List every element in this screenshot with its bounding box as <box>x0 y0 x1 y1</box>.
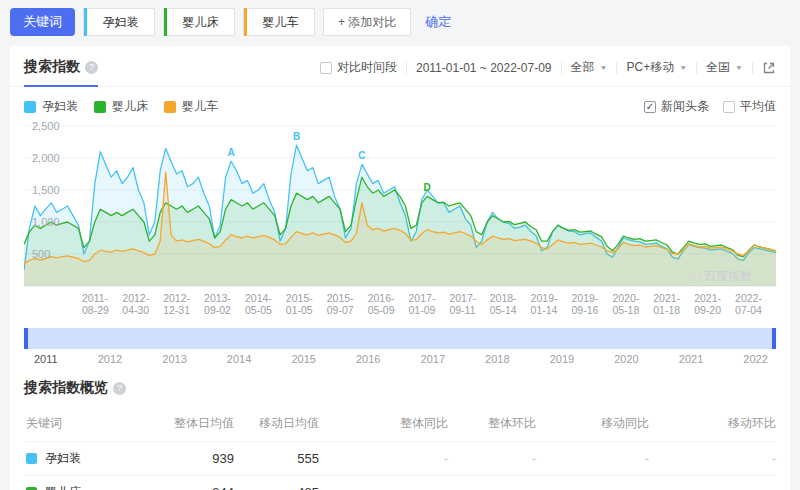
x-tick-label: 2022-07-04 <box>735 292 776 316</box>
slider-handle-left[interactable] <box>24 328 28 349</box>
tab-search-index[interactable]: 搜索指数 ? <box>24 58 98 87</box>
slider-year-2015: 2015 <box>291 353 315 365</box>
column-header: 移动环比 <box>649 415 776 432</box>
keyword-chip-1[interactable]: 孕妇装 <box>83 8 155 36</box>
slider-year-2012: 2012 <box>98 353 122 365</box>
news-marker-C[interactable]: C <box>358 150 365 161</box>
slider-year-2016: 2016 <box>356 353 380 365</box>
slider-year-labels: 2011201220132014201520162017201820192020… <box>24 353 776 365</box>
checkbox-icon <box>723 101 735 113</box>
chart-legend: 孕妇装婴儿床婴儿车 <box>24 98 218 115</box>
time-range-slider[interactable] <box>24 328 776 349</box>
slider-year-2018: 2018 <box>485 353 509 365</box>
keyword-swatch <box>26 453 37 464</box>
keyword-chip-2[interactable]: 婴儿床 <box>163 8 235 36</box>
news-marker-D[interactable]: D <box>424 182 431 193</box>
panel-header: 搜索指数 ? 对比时间段 2011-01-01 ~ 2022-07-09 全部▼… <box>10 46 790 87</box>
slider-year-2021: 2021 <box>679 353 703 365</box>
confirm-button[interactable]: 确定 <box>425 13 451 31</box>
dropdown-value: PC+移动 <box>626 59 674 76</box>
legend-item-婴儿车[interactable]: 婴儿车 <box>164 98 218 115</box>
overall-mom: - <box>448 486 536 490</box>
table-row[interactable]: 孕妇装939555---- <box>24 442 776 476</box>
dropdown-value: 全部 <box>571 59 595 76</box>
compare-period-label: 对比时间段 <box>337 59 397 76</box>
slider-year-2022: 2022 <box>743 353 767 365</box>
index-overview-section: 搜索指数概览 ? 关键词整体日均值移动日均值整体同比整体环比移动同比移动环比 孕… <box>24 373 776 490</box>
keyword-chip-label: 孕妇装 <box>103 14 139 31</box>
x-tick-label: 2012-04-30 <box>122 292 163 316</box>
x-tick-label: 2019-09-16 <box>572 292 613 316</box>
keyword-cell: 孕妇装 <box>24 450 164 467</box>
divider <box>406 62 407 74</box>
legend-swatch <box>24 101 36 113</box>
keyword-button[interactable]: 关键词 <box>10 8 75 36</box>
legend-swatch <box>164 101 176 113</box>
info-icon[interactable]: ? <box>85 61 98 74</box>
table-header: 关键词整体日均值移动日均值整体同比整体环比移动同比移动环比 <box>24 407 776 442</box>
info-icon[interactable]: ? <box>113 382 126 395</box>
table-title: 搜索指数概览 <box>24 379 108 397</box>
slider-handle-right[interactable] <box>772 328 776 349</box>
column-header: 整体环比 <box>448 415 536 432</box>
slider-year-2011: 2011 <box>34 353 58 365</box>
toggle-news[interactable]: ✓新闻头条 <box>644 98 709 115</box>
table-title-row: 搜索指数概览 ? <box>24 373 776 407</box>
chevron-down-icon: ▼ <box>600 64 608 71</box>
x-tick-label: 2018-05-14 <box>490 292 531 316</box>
divider <box>752 62 753 74</box>
chart-canvas: ABCD <box>24 119 776 291</box>
date-range-picker[interactable]: 2011-01-01 ~ 2022-07-09 <box>416 61 552 75</box>
dropdown-group: 全部▼PC+移动▼全国▼ <box>571 59 743 76</box>
keyword-chip-3[interactable]: 婴儿车 <box>243 8 315 36</box>
dropdown-1[interactable]: 全部▼ <box>571 59 608 76</box>
dropdown-3[interactable]: 全国▼ <box>706 59 743 76</box>
x-tick-label: 2015-09-07 <box>327 292 368 316</box>
checkbox-checked-icon: ✓ <box>644 101 656 113</box>
legend-label: 婴儿车 <box>182 98 218 115</box>
toggle-label: 平均值 <box>740 98 776 115</box>
dropdown-value: 全国 <box>706 59 730 76</box>
news-marker-A[interactable]: A <box>227 147 234 158</box>
news-marker-B[interactable]: B <box>293 131 300 142</box>
x-tick-label: 2013-09-02 <box>204 292 245 316</box>
legend-item-孕妇装[interactable]: 孕妇装 <box>24 98 78 115</box>
overall-mom: - <box>448 452 536 466</box>
export-icon[interactable] <box>762 61 776 75</box>
mobile-mom: - <box>649 486 776 490</box>
table-row[interactable]: 婴儿床844485---- <box>24 476 776 490</box>
toggle-average[interactable]: 平均值 <box>723 98 776 115</box>
mobile-daily-avg: 485 <box>234 485 319 490</box>
x-tick-label: 2017-01-09 <box>409 292 450 316</box>
mobile-daily-avg: 555 <box>234 451 319 466</box>
dropdown-2[interactable]: PC+移动▼ <box>626 59 687 76</box>
legend-item-婴儿床[interactable]: 婴儿床 <box>94 98 148 115</box>
x-tick-label: 2020-05-18 <box>612 292 653 316</box>
keyword-color-bar <box>244 8 247 36</box>
chevron-down-icon: ▼ <box>735 64 743 71</box>
keyword-color-bar <box>164 8 167 36</box>
x-tick-label: 2015-01-05 <box>286 292 327 316</box>
slider-year-2019: 2019 <box>550 353 574 365</box>
mobile-yoy: - <box>536 486 649 490</box>
keyword-color-bar <box>84 8 87 36</box>
keyword-chip-list: 孕妇装婴儿床婴儿车 <box>83 8 315 36</box>
overall-daily-avg: 844 <box>164 485 234 490</box>
compare-period-checkbox[interactable]: 对比时间段 <box>320 59 397 76</box>
slider-year-2013: 2013 <box>162 353 186 365</box>
x-tick-label: 2021-01-18 <box>653 292 694 316</box>
column-header: 移动同比 <box>536 415 649 432</box>
legend-swatch <box>94 101 106 113</box>
add-compare-button[interactable]: + 添加对比 <box>323 8 411 36</box>
divider <box>616 62 617 74</box>
trend-chart[interactable]: ABCD i 百度指数 5001,0001,5002,0002,500 <box>24 119 776 291</box>
mobile-yoy: - <box>536 452 649 466</box>
legend-row: 孕妇装婴儿床婴儿车 ✓新闻头条平均值 <box>10 87 790 117</box>
x-tick-label: 2021-09-20 <box>694 292 735 316</box>
overall-yoy: - <box>319 452 448 466</box>
chart-controls: 对比时间段 2011-01-01 ~ 2022-07-09 全部▼PC+移动▼全… <box>320 59 776 86</box>
chart-toggles: ✓新闻头条平均值 <box>644 98 776 115</box>
slider-year-2014: 2014 <box>227 353 251 365</box>
column-header: 移动日均值 <box>234 415 319 432</box>
divider <box>561 62 562 74</box>
